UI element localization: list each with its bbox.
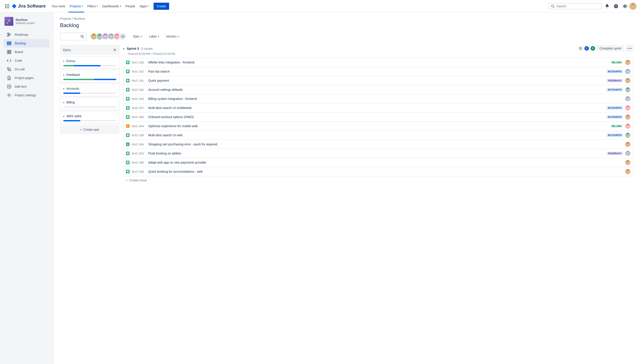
project-type: Software project	[16, 22, 35, 25]
issue-row[interactable]: NUC-335Affelite links integration - fron…	[123, 58, 633, 67]
nav-dashboards[interactable]: Dashboards▾	[100, 3, 123, 10]
chevron-down-icon: ▾	[178, 35, 179, 38]
issue-epic-tag: FEEDBACK	[607, 79, 623, 82]
sidebar-item-board[interactable]: Board	[4, 48, 50, 56]
breadcrumb-root[interactable]: Projects	[60, 17, 71, 20]
sprint-toggle[interactable]: ▾ Sprint 3 5 issues	[123, 46, 153, 50]
epic-card-feedback[interactable]: ▸Feedback	[60, 70, 120, 82]
svg-point-61	[128, 127, 128, 127]
issue-assignee-avatar[interactable]	[625, 78, 630, 83]
issue-row[interactable]: NUC-339Billing system integration - fron…	[123, 94, 633, 104]
filter-label[interactable]: Label▾	[148, 33, 160, 40]
issue-row[interactable]: NUC-344Optimize experience for mobile we…	[123, 122, 633, 131]
svg-rect-17	[8, 34, 11, 35]
more-assignees[interactable]: +3	[119, 33, 126, 40]
issue-row[interactable]: NUC-338Multi-dest search UI webACCOUNTS	[123, 131, 633, 140]
create-button[interactable]: Create	[154, 3, 169, 10]
issue-epic-tag: FEEDBACK	[607, 152, 623, 155]
issue-assignee-avatar[interactable]	[625, 160, 630, 165]
sidebar-item-code[interactable]: Code	[4, 56, 50, 65]
issue-key: NUC-354	[132, 143, 146, 146]
create-issue-button[interactable]: + Create issue	[123, 176, 633, 184]
issue-assignee-avatar[interactable]	[625, 124, 630, 129]
issue-row[interactable]: NUC-337Multi-dest search UI mobilewebACC…	[123, 104, 633, 112]
board-icon	[7, 50, 12, 54]
help-icon[interactable]: ?	[612, 3, 619, 10]
issue-assignee-avatar[interactable]	[625, 169, 630, 174]
jira-logo[interactable]: Jira Software	[12, 4, 46, 9]
issue-row[interactable]: NUC-354Shopping cart purchasing error - …	[123, 140, 633, 149]
issue-assignee-avatar[interactable]	[625, 142, 630, 147]
issue-type-icon	[126, 115, 130, 119]
sprint-more-button[interactable]	[626, 45, 633, 52]
nav-filters[interactable]: Filters▾	[85, 3, 100, 10]
create-epic-button[interactable]: + Create epic	[60, 125, 120, 134]
project-header[interactable]: 🚀 Nucleus Software project	[2, 17, 51, 30]
issue-assignee-avatar[interactable]	[625, 105, 630, 110]
nav-your-work[interactable]: Your work	[49, 3, 68, 10]
epic-card-billing[interactable]: ▸Billing	[60, 98, 120, 110]
svg-rect-23	[9, 50, 10, 54]
issue-assignee-avatar[interactable]	[625, 132, 630, 138]
notifications-icon[interactable]	[603, 3, 611, 10]
issue-row[interactable]: NUC-336Quick booking for accomodations -…	[123, 167, 633, 176]
sidebar-item-add-item[interactable]: Add item	[4, 82, 50, 91]
epic-progress-bar	[63, 65, 116, 66]
sidebar-item-roadmap[interactable]: Roadmap	[4, 30, 50, 39]
sidebar-item-on-call[interactable]: On-call	[4, 65, 50, 74]
issue-row[interactable]: NUC-341Quick paymentFEEDBACK	[123, 76, 633, 85]
issue-summary: Multi-dest search UI web	[148, 134, 604, 137]
project-name: Nucleus	[16, 18, 35, 22]
sprint-section: ▾ Sprint 3 5 issues 3 2 0 Complete sprin…	[123, 45, 633, 184]
filter-epic[interactable]: Epic▾	[132, 33, 143, 40]
issue-epic-tag: BILLING	[610, 60, 623, 64]
issue-type-icon	[126, 60, 130, 64]
issue-assignee-avatar[interactable]	[625, 69, 630, 74]
chevron-down-icon: ▾	[148, 5, 149, 7]
issue-row[interactable]: NUC-342Fast trip searchACCOUNTS	[123, 67, 633, 76]
profile-avatar[interactable]	[629, 3, 636, 10]
complete-sprint-button[interactable]: Complete sprint	[597, 45, 624, 52]
issue-assignee-avatar[interactable]	[625, 151, 630, 156]
settings-icon[interactable]	[621, 3, 628, 10]
issue-row[interactable]: NUC-343Fluid booking on tabletsFEEDBACK	[123, 149, 633, 158]
issue-key: NUC-336	[132, 170, 146, 173]
issue-summary: Fast trip search	[148, 70, 604, 73]
svg-rect-3	[5, 6, 6, 7]
issue-type-icon	[126, 97, 130, 100]
search-input[interactable]	[556, 4, 599, 8]
nav-apps[interactable]: Apps▾	[137, 3, 151, 10]
filter-version[interactable]: Version▾	[165, 33, 180, 40]
svg-rect-22	[7, 50, 9, 54]
epic-card-aws-spike[interactable]: ▸AWS spike	[60, 112, 120, 124]
sidebar-item-project-settings[interactable]: Project settings	[4, 91, 50, 100]
epic-card-accounts[interactable]: ▸Accounts	[60, 84, 120, 96]
global-search[interactable]	[548, 3, 602, 9]
page-title: Backlog	[60, 22, 633, 28]
sidebar-item-project-pages[interactable]: Project pages	[4, 74, 50, 82]
svg-rect-1	[7, 4, 8, 5]
issue-row[interactable]: NUC-340Account settings defaultsACCOUNTS	[123, 85, 633, 94]
svg-point-30	[9, 94, 10, 96]
issue-assignee-avatar[interactable]	[625, 87, 630, 92]
svg-rect-16	[7, 33, 9, 34]
issue-row[interactable]: NUC-360Onboard workout options (OWO)ACCO…	[123, 112, 633, 122]
sidebar-item-backlog[interactable]: Backlog	[4, 39, 50, 48]
nav-people[interactable]: People	[123, 3, 138, 10]
svg-point-13	[624, 6, 625, 7]
issue-row[interactable]: NUC-346Adapt web app no new payments pro…	[123, 158, 633, 167]
issue-assignee-avatar[interactable]	[625, 96, 630, 102]
app-switcher-icon[interactable]	[4, 3, 11, 10]
chevron-down-icon: ▾	[141, 35, 142, 38]
epic-progress-bar	[63, 79, 116, 80]
issue-assignee-avatar[interactable]	[625, 60, 630, 65]
status-done-pill: 0	[591, 46, 595, 50]
backlog-search[interactable]	[60, 32, 87, 40]
close-epics-icon[interactable]: ✕	[113, 48, 116, 52]
issue-summary: Adapt web app no new payments provider	[148, 161, 623, 164]
epic-card-forms[interactable]: ▸Forms	[60, 56, 120, 69]
assignee-filter-avatars[interactable]: +3	[90, 33, 126, 40]
issue-assignee-avatar[interactable]	[625, 114, 630, 120]
pages-icon	[7, 76, 12, 80]
nav-projects[interactable]: Projects▾	[67, 3, 85, 10]
